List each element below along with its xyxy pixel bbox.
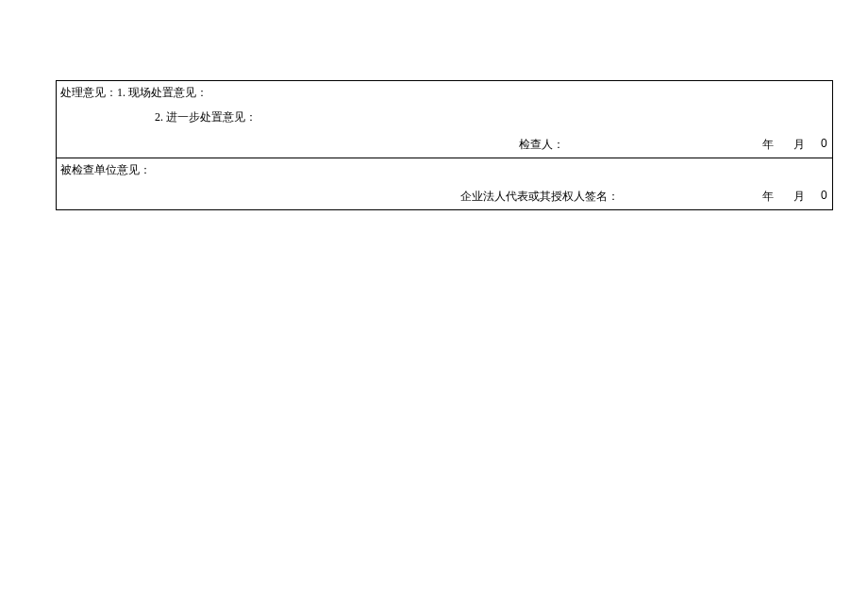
year-label-2: 年 <box>762 189 774 205</box>
zero-value-2: 0 <box>821 189 827 202</box>
further-opinion-label: 2. 进一步处置意见： <box>155 109 257 125</box>
inspected-unit-row: 被检查单位意见： 企业法人代表或其授权人签名： 年 月 0 <box>57 158 832 209</box>
rep-signature-line: 企业法人代表或其授权人签名： 年 月 0 <box>57 189 832 204</box>
inspector-signature-line: 检查人： 年 月 0 <box>57 137 832 152</box>
inspected-unit-label: 被检查单位意见： <box>60 162 151 178</box>
handling-opinion-row: 处理意见：1. 现场处置意见： 2. 进一步处置意见： 检查人： 年 月 0 <box>57 81 832 158</box>
month-label-1: 月 <box>793 137 805 153</box>
zero-value-1: 0 <box>821 137 827 150</box>
inspector-label: 检查人： <box>519 137 564 153</box>
year-label-1: 年 <box>762 137 774 153</box>
inspection-form: 处理意见：1. 现场处置意见： 2. 进一步处置意见： 检查人： 年 月 0 被… <box>56 80 833 210</box>
month-label-2: 月 <box>793 189 805 205</box>
rep-signature-label: 企业法人代表或其授权人签名： <box>460 189 619 205</box>
handling-opinion-label: 处理意见：1. 现场处置意见： <box>60 85 208 101</box>
